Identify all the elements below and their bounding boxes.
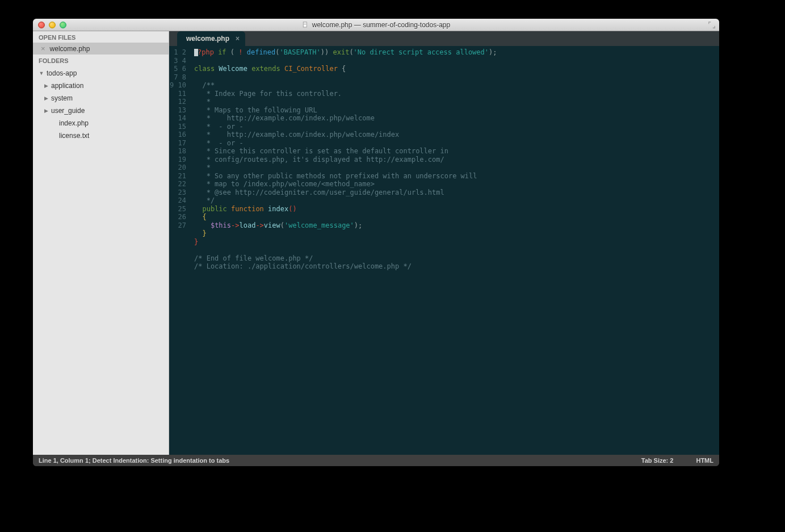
- zoom-window-button[interactable]: [60, 22, 66, 28]
- status-bar: Line 1, Column 1; Detect Indentation: Se…: [33, 455, 719, 466]
- svg-rect-3: [304, 24, 307, 25]
- app-window: welcome.php — summer-of-coding-todos-app…: [33, 19, 719, 466]
- editor-tab[interactable]: welcome.php×: [177, 31, 245, 46]
- minimize-window-button[interactable]: [49, 22, 56, 28]
- tree-item[interactable]: ▶user_guide: [33, 104, 169, 117]
- code-editor[interactable]: 1 2 3 4 5 6 7 8 9 10 11 12 13 14 15 16 1…: [169, 46, 719, 455]
- tab-bar: welcome.php×: [169, 31, 719, 46]
- chevron-down-icon[interactable]: ▼: [39, 68, 44, 78]
- svg-rect-2: [304, 23, 307, 24]
- svg-rect-1: [304, 23, 307, 23]
- chevron-right-icon[interactable]: ▶: [43, 106, 49, 116]
- tree-item-label: index.php: [59, 118, 89, 128]
- open-files-header: OPEN FILES: [33, 31, 169, 43]
- status-tab-size[interactable]: Tab Size: 2: [641, 457, 674, 464]
- folder-tree: ▼todos-app▶application▶system▶user_guide…: [33, 66, 169, 145]
- window-title: welcome.php — summer-of-coding-todos-app: [33, 21, 719, 29]
- sidebar: OPEN FILES ×welcome.php FOLDERS ▼todos-a…: [33, 31, 169, 455]
- code-content[interactable]: ?php if ( ! defined('BASEPATH')) exit('N…: [191, 48, 719, 455]
- tab-label: welcome.php: [186, 35, 229, 43]
- open-file-item[interactable]: ×welcome.php: [33, 43, 169, 55]
- close-icon[interactable]: ×: [41, 44, 45, 53]
- editor-area: welcome.php× 1 2 3 4 5 6 7 8 9 10 11 12 …: [169, 31, 719, 455]
- svg-rect-0: [303, 22, 307, 27]
- close-icon[interactable]: ×: [236, 35, 240, 43]
- window-body: OPEN FILES ×welcome.php FOLDERS ▼todos-a…: [33, 31, 719, 455]
- tree-item-label: application: [51, 81, 83, 91]
- tree-item[interactable]: index.php: [33, 117, 169, 129]
- tree-item-label: user_guide: [51, 106, 85, 116]
- window-title-text: welcome.php — summer-of-coding-todos-app: [312, 21, 450, 29]
- line-number-gutter: 1 2 3 4 5 6 7 8 9 10 11 12 13 14 15 16 1…: [169, 48, 191, 455]
- window-controls: [38, 22, 66, 28]
- tree-item[interactable]: ▶application: [33, 79, 169, 92]
- status-left: Line 1, Column 1; Detect Indentation: Se…: [39, 457, 229, 464]
- tree-item-label: system: [51, 93, 73, 103]
- chevron-right-icon[interactable]: ▶: [43, 93, 49, 103]
- tree-item-label: license.txt: [59, 131, 89, 141]
- tree-item[interactable]: license.txt: [33, 129, 169, 142]
- status-syntax[interactable]: HTML: [696, 457, 713, 464]
- tree-item[interactable]: ▶system: [33, 92, 169, 104]
- chevron-right-icon[interactable]: ▶: [43, 81, 49, 91]
- tree-item-label: todos-app: [47, 68, 77, 78]
- open-file-label: welcome.php: [50, 45, 90, 53]
- tree-item[interactable]: ▼todos-app: [33, 67, 169, 79]
- close-window-button[interactable]: [38, 22, 45, 28]
- open-files-list: ×welcome.php: [33, 43, 169, 55]
- fullscreen-icon[interactable]: [708, 21, 716, 29]
- titlebar[interactable]: welcome.php — summer-of-coding-todos-app: [33, 19, 719, 31]
- folders-header: FOLDERS: [33, 55, 169, 66]
- document-icon: [302, 22, 309, 28]
